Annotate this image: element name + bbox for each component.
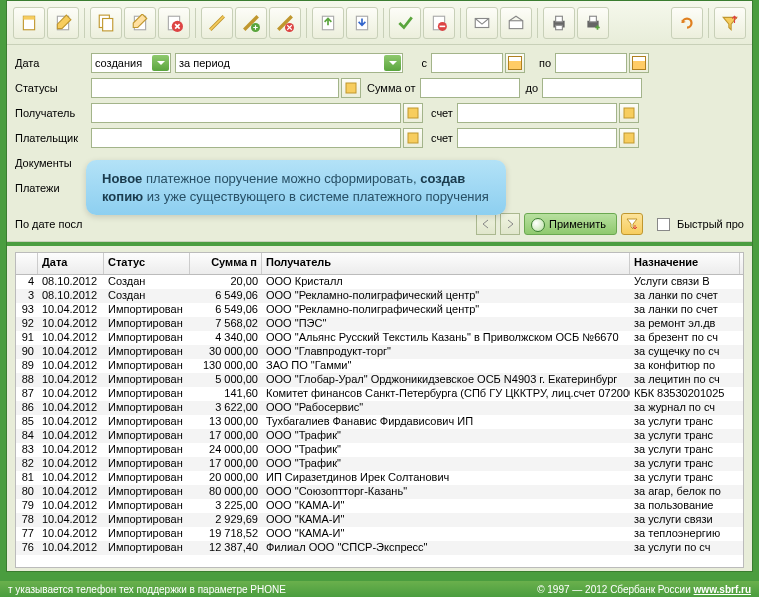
recip-lookup-icon[interactable] [403,103,423,123]
table-row[interactable]: 7710.04.2012Импортирован19 718,52ООО "КА… [16,527,743,541]
table-row[interactable]: 8010.04.2012Импортирован80 000,00ООО "Со… [16,485,743,499]
table-row[interactable]: 408.10.2012Создан20,00ООО КристаллУслуги… [16,275,743,289]
svg-rect-19 [556,25,563,30]
tb-print-list[interactable] [577,7,609,39]
tb-sep [460,8,461,38]
tb-print[interactable] [543,7,575,39]
table-row[interactable]: 9310.04.2012Импортирован6 549,06ООО "Рек… [16,303,743,317]
status-label: Статусы [15,82,91,94]
table-row[interactable]: 7810.04.2012Импортирован2 929,69ООО "КАМ… [16,513,743,527]
table-row[interactable]: 308.10.2012Создан6 549,06ООО "Рекламно-п… [16,289,743,303]
statusbar: т указывается телефон тех поддержки в па… [0,581,759,597]
payer-acct-label: счет [431,132,453,144]
sb-left: т указывается телефон тех поддержки в па… [8,584,286,595]
hdr-purpose[interactable]: Назначение [630,253,740,274]
table-row[interactable]: 9010.04.2012Импортирован30 000,00ООО "Гл… [16,345,743,359]
tb-refresh[interactable] [671,7,703,39]
table-row[interactable]: 8210.04.2012Импортирован17 000,00ООО "Тр… [16,457,743,471]
table-row[interactable]: 8310.04.2012Импортирован24 000,00ООО "Тр… [16,443,743,457]
sumfrom-label: Сумма от [367,82,416,94]
hdr-num[interactable] [16,253,38,274]
tb-sep [84,8,85,38]
from-label: с [403,57,431,69]
tb-mail[interactable] [466,7,498,39]
hdr-date[interactable]: Дата [38,253,104,274]
tb-new[interactable] [13,7,45,39]
hdr-status[interactable]: Статус [104,253,190,274]
tb-reject[interactable] [423,7,455,39]
tb-sep [708,8,709,38]
table-row[interactable]: 9210.04.2012Импортирован7 568,02ООО "ПЭС… [16,317,743,331]
table-row[interactable]: 9110.04.2012Импортирован4 340,00ООО "Аль… [16,331,743,345]
recip-acct-input[interactable] [457,103,617,123]
tb-copy[interactable] [90,7,122,39]
tb-sign-del[interactable] [269,7,301,39]
svg-rect-23 [408,108,418,118]
table-row[interactable]: 8710.04.2012Импортирован141,60Комитет фи… [16,387,743,401]
cal-from-icon[interactable] [505,53,525,73]
table-row[interactable]: 8410.04.2012Импортирован17 000,00ООО "Тр… [16,429,743,443]
payer-input[interactable] [91,128,401,148]
tb-sep [306,8,307,38]
fast-label: Быстрый про [677,218,744,230]
table-row[interactable]: 8110.04.2012Импортирован20 000,00ИП Сира… [16,471,743,485]
sumto-label: до [526,82,539,94]
table-row[interactable]: 8910.04.2012Импортирован130 000,00ЗАО ПО… [16,359,743,373]
sum-to-input[interactable] [542,78,642,98]
apply-button[interactable]: Применить [524,213,617,235]
docs-label: Документы [15,157,91,169]
svg-rect-16 [509,21,523,29]
status-input[interactable] [91,78,339,98]
grid-header: Дата Статус Сумма п Получатель Назначени… [16,253,743,275]
table-row[interactable]: 8510.04.2012Импортирован13 000,00Тухбага… [16,415,743,429]
table-row[interactable]: 8610.04.2012Импортирован3 622,00ООО "Раб… [16,401,743,415]
tb-sign-add[interactable] [235,7,267,39]
tb-docedit[interactable] [124,7,156,39]
date-label: Дата [15,57,91,69]
table-row[interactable]: 7610.04.2012Импортирован12 387,40Филиал … [16,541,743,555]
tb-edit[interactable] [47,7,79,39]
to-label: по [525,57,555,69]
date-to-input[interactable] [555,53,627,73]
fast-checkbox[interactable] [657,218,670,231]
tb-mail-open[interactable] [500,7,532,39]
date-type-select[interactable]: создания [91,53,171,73]
scroll-right-btn[interactable] [500,213,520,235]
cal-to-icon[interactable] [629,53,649,73]
recip-acct-label: счет [431,107,453,119]
svg-rect-18 [556,16,563,22]
hdr-sum[interactable]: Сумма п [190,253,262,274]
recip-acct-lookup[interactable] [619,103,639,123]
scroll-left-btn[interactable] [476,213,496,235]
recipient-input[interactable] [91,103,401,123]
hint-balloon: Новое платежное поручение можно сформиро… [86,160,506,215]
tb-export[interactable] [346,7,378,39]
sum-from-input[interactable] [420,78,520,98]
date-from-input[interactable] [431,53,503,73]
grid-body[interactable]: 408.10.2012Создан20,00ООО КристаллУслуги… [16,275,743,567]
table-row[interactable]: 7910.04.2012Импортирован3 225,00ООО "КАМ… [16,499,743,513]
tb-check[interactable] [389,7,421,39]
reset-filter-btn[interactable] [621,213,643,235]
main-toolbar [7,1,752,45]
tb-sep [383,8,384,38]
tb-filter[interactable] [714,7,746,39]
tb-sign[interactable] [201,7,233,39]
svg-rect-25 [408,133,418,143]
svg-rect-26 [624,133,634,143]
hdr-recipient[interactable]: Получатель [262,253,630,274]
payer-lookup-icon[interactable] [403,128,423,148]
sort-label: По дате посл [15,218,82,230]
payer-acct-input[interactable] [457,128,617,148]
period-select[interactable]: за период [175,53,403,73]
svg-rect-14 [440,26,446,28]
tb-import[interactable] [312,7,344,39]
payer-acct-lookup[interactable] [619,128,639,148]
svg-rect-24 [624,108,634,118]
status-lookup-icon[interactable] [341,78,361,98]
svg-rect-21 [590,16,597,22]
tb-delete[interactable] [158,7,190,39]
payer-label: Плательщик [15,132,91,144]
table-row[interactable]: 8810.04.2012Импортирован5 000,00ООО "Гло… [16,373,743,387]
payments-label: Платежи [15,182,91,194]
